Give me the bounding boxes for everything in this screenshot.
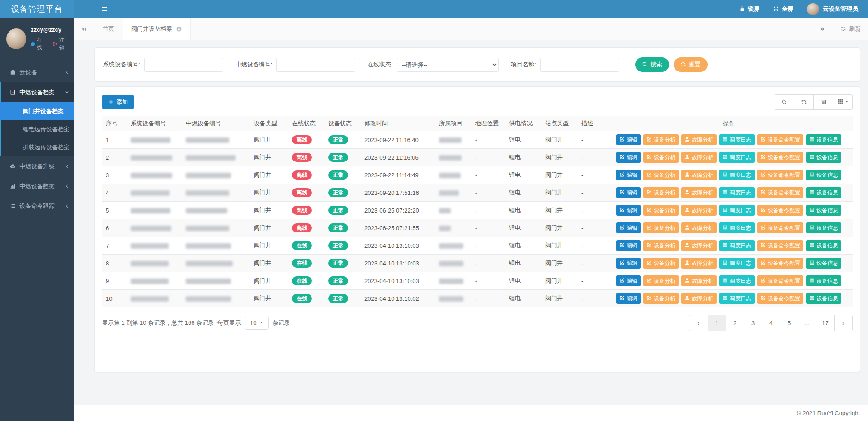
device-info-button[interactable]: 设备信息 <box>806 134 841 145</box>
dispatch-log-button[interactable]: 调度日志 <box>719 293 755 304</box>
lock-screen-button[interactable]: 锁屏 <box>739 5 760 13</box>
device-analysis-button[interactable]: 设备分析 <box>643 222 679 233</box>
device-command-config-button[interactable]: 设备命令配置 <box>757 170 803 180</box>
table-view-button[interactable] <box>833 95 852 109</box>
fault-analysis-button[interactable]: 故障分析 <box>681 134 717 145</box>
tab-item[interactable]: 首页 <box>94 18 123 40</box>
device-info-button[interactable]: 设备信息 <box>806 205 841 216</box>
device-analysis-button[interactable]: 设备分析 <box>643 187 679 198</box>
page-size-dropdown[interactable]: 10 <box>245 317 268 330</box>
add-button[interactable]: 添加 <box>102 95 134 109</box>
edit-button[interactable]: 编辑 <box>616 258 641 269</box>
column-header[interactable]: 地理位置 <box>472 116 505 131</box>
sidebar-item[interactable]: 中燃设备数据 <box>1 176 74 196</box>
column-header[interactable]: 序号 <box>102 116 127 131</box>
dispatch-log-button[interactable]: 调度日志 <box>719 134 755 145</box>
project-name-input[interactable] <box>540 58 619 72</box>
column-header[interactable]: 站点类型 <box>542 116 578 131</box>
edit-button[interactable]: 编辑 <box>616 240 641 251</box>
dispatch-log-button[interactable]: 调度日志 <box>719 187 755 198</box>
device-command-config-button[interactable]: 设备命令配置 <box>757 134 803 145</box>
prev-page-button[interactable]: ‹ <box>689 315 708 331</box>
fault-analysis-button[interactable]: 故障分析 <box>681 187 717 198</box>
device-analysis-button[interactable]: 设备分析 <box>643 205 679 216</box>
sidebar-item[interactable]: 中燃设备升级 <box>1 156 74 176</box>
fault-analysis-button[interactable]: 故障分析 <box>681 205 717 216</box>
gas-device-no-input[interactable] <box>276 58 355 72</box>
device-info-button[interactable]: 设备信息 <box>806 275 841 286</box>
tab-refresh-button[interactable]: 刷新 <box>833 18 868 40</box>
edit-button[interactable]: 编辑 <box>616 275 641 286</box>
fault-analysis-button[interactable]: 故障分析 <box>681 152 717 163</box>
fault-analysis-button[interactable]: 故障分析 <box>681 293 717 304</box>
edit-button[interactable]: 编辑 <box>616 205 641 216</box>
dispatch-log-button[interactable]: 调度日志 <box>719 205 755 216</box>
device-analysis-button[interactable]: 设备分析 <box>643 275 679 286</box>
column-header[interactable]: 在线状态 <box>288 116 325 131</box>
user-menu[interactable]: 云设备管理员 <box>807 3 858 15</box>
fault-analysis-button[interactable]: 故障分析 <box>681 170 717 180</box>
device-info-button[interactable]: 设备信息 <box>806 187 841 198</box>
device-info-button[interactable]: 设备信息 <box>806 258 841 269</box>
column-header[interactable]: 所属项目 <box>435 116 472 131</box>
column-header[interactable]: 设备状态 <box>325 116 361 131</box>
device-command-config-button[interactable]: 设备命令配置 <box>757 258 803 269</box>
sidebar-item[interactable]: 设备命令跟踪 <box>1 196 74 216</box>
fault-analysis-button[interactable]: 故障分析 <box>681 275 717 286</box>
device-command-config-button[interactable]: 设备命令配置 <box>757 240 803 251</box>
device-analysis-button[interactable]: 设备分析 <box>643 134 679 145</box>
column-header[interactable]: 操作 <box>605 116 853 131</box>
page-button[interactable]: 5 <box>780 315 798 331</box>
dispatch-log-button[interactable]: 调度日志 <box>719 222 755 233</box>
reset-button[interactable]: 重置 <box>674 57 708 72</box>
next-page-button[interactable]: › <box>834 315 852 331</box>
sidebar-item[interactable]: 云设备 <box>1 62 74 82</box>
logout-link[interactable]: 注销 <box>52 36 69 52</box>
column-header[interactable]: 描述 <box>578 116 605 131</box>
device-command-config-button[interactable]: 设备命令配置 <box>757 187 803 198</box>
fault-analysis-button[interactable]: 故障分析 <box>681 258 717 269</box>
column-header[interactable]: 中燃设备编号 <box>182 116 250 131</box>
edit-button[interactable]: 编辑 <box>616 222 641 233</box>
sidebar-subitem[interactable]: 锂电远传设备档案 <box>1 120 74 138</box>
edit-button[interactable]: 编辑 <box>616 187 641 198</box>
search-button[interactable]: 搜索 <box>635 57 669 72</box>
device-info-button[interactable]: 设备信息 <box>806 293 841 304</box>
device-command-config-button[interactable]: 设备命令配置 <box>757 293 803 304</box>
close-icon[interactable] <box>176 26 182 32</box>
fullscreen-button[interactable]: 全屏 <box>773 5 793 13</box>
page-button[interactable]: 1 <box>708 315 726 331</box>
device-info-button[interactable]: 设备信息 <box>806 240 841 251</box>
dispatch-log-button[interactable]: 调度日志 <box>719 170 755 180</box>
table-search-button[interactable] <box>774 95 794 109</box>
tabs-forward-button[interactable] <box>812 18 833 40</box>
tabs-scroll-left-button[interactable] <box>74 18 94 40</box>
device-info-button[interactable]: 设备信息 <box>806 152 841 163</box>
fault-analysis-button[interactable]: 故障分析 <box>681 222 717 233</box>
dispatch-log-button[interactable]: 调度日志 <box>719 152 755 163</box>
device-command-config-button[interactable]: 设备命令配置 <box>757 152 803 163</box>
page-button[interactable]: 2 <box>726 315 744 331</box>
device-command-config-button[interactable]: 设备命令配置 <box>757 222 803 233</box>
dispatch-log-button[interactable]: 调度日志 <box>719 275 755 286</box>
column-header[interactable]: 设备类型 <box>250 116 288 131</box>
sidebar-subitem[interactable]: 拼装远传设备档案 <box>1 138 74 156</box>
online-status-select[interactable]: --请选择-- <box>397 58 499 72</box>
edit-button[interactable]: 编辑 <box>616 293 641 304</box>
device-analysis-button[interactable]: 设备分析 <box>643 293 679 304</box>
page-button[interactable]: 17 <box>816 315 834 331</box>
device-command-config-button[interactable]: 设备命令配置 <box>757 275 803 286</box>
device-info-button[interactable]: 设备信息 <box>806 170 841 180</box>
column-header[interactable]: 修改时间 <box>361 116 435 131</box>
edit-button[interactable]: 编辑 <box>616 170 641 180</box>
table-refresh-button[interactable] <box>794 95 813 109</box>
device-command-config-button[interactable]: 设备命令配置 <box>757 205 803 216</box>
device-analysis-button[interactable]: 设备分析 <box>643 258 679 269</box>
dispatch-log-button[interactable]: 调度日志 <box>719 258 755 269</box>
device-info-button[interactable]: 设备信息 <box>806 222 841 233</box>
fault-analysis-button[interactable]: 故障分析 <box>681 240 717 251</box>
edit-button[interactable]: 编辑 <box>616 152 641 163</box>
column-header[interactable]: 供电情况 <box>505 116 542 131</box>
dispatch-log-button[interactable]: 调度日志 <box>719 240 755 251</box>
tab-item[interactable]: 阀门井设备档案 <box>123 18 191 40</box>
